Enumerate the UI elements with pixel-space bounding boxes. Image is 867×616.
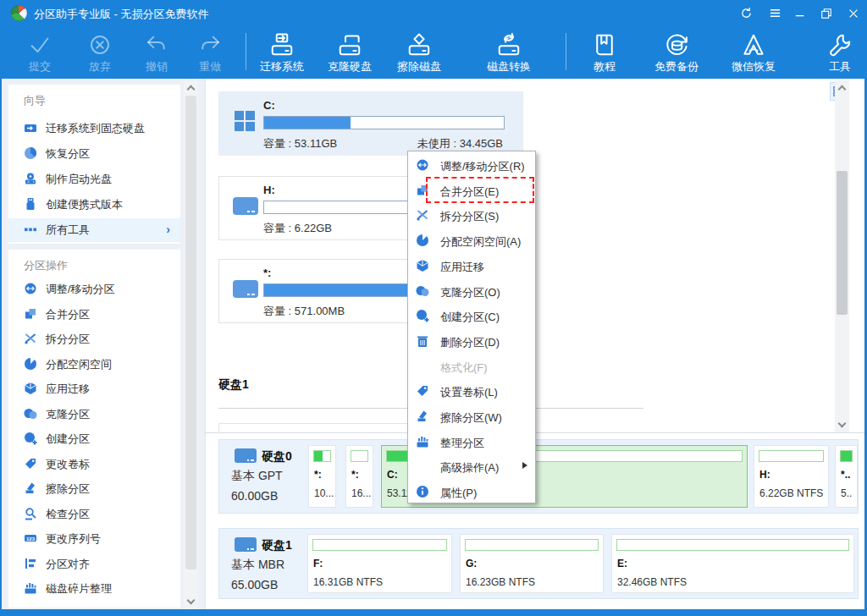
- context-menu-item-11[interactable]: 擦除分区(W): [409, 404, 534, 429]
- partition-block-H[interactable]: H:6.22GB NTFS: [754, 445, 829, 508]
- close-button[interactable]: [842, 0, 864, 26]
- volume-unused: 未使用 : 34.45GB: [417, 136, 503, 151]
- toolbar-button-6[interactable]: 克隆硬盘: [314, 30, 385, 76]
- minimize-button[interactable]: [789, 0, 811, 26]
- context-menu-item-8[interactable]: 删除分区(D): [409, 329, 534, 354]
- sidebar-item-label: 擦除分区: [46, 481, 90, 497]
- sidebar-item-migrate-ssd[interactable]: 迁移系统到固态硬盘: [8, 117, 180, 140]
- context-menu-item-4[interactable]: 分配空闲空间(A): [409, 228, 534, 253]
- sidebar-item-label: 拆分分区: [46, 332, 90, 347]
- sidebar-item-align[interactable]: 分区对齐: [8, 553, 180, 576]
- toolbar-button-9[interactable]: 教程: [569, 30, 640, 76]
- sidebar-item-allocate[interactable]: 分配空闲空间: [8, 353, 180, 377]
- recover-partition-icon: [24, 146, 37, 160]
- volume-letter: C:: [263, 99, 275, 112]
- sidebar-section-1: 向导迁移系统到固态硬盘恢复分区制作启动光盘创建便携式版本所有工具›: [8, 85, 180, 244]
- maximize-restore-button[interactable]: [815, 0, 837, 26]
- sidebar-item-boot-disc[interactable]: 制作启动光盘: [8, 168, 180, 191]
- sidebar-item-wipe[interactable]: 擦除分区: [8, 477, 180, 501]
- context-menu-item-6[interactable]: 克隆分区(O): [409, 279, 534, 304]
- sidebar-item-recover-partition[interactable]: 恢复分区: [8, 142, 180, 166]
- toolbar-button-5[interactable]: 迁移系统: [246, 30, 318, 76]
- partition-block-F[interactable]: F:16.31GB NTFS: [307, 534, 452, 593]
- portable-version-icon: [24, 197, 37, 211]
- sidebar-item-label: 调整/移动分区: [46, 282, 115, 297]
- sidebar-item-clone-partition[interactable]: 克隆分区: [8, 403, 180, 426]
- sidebar-item-defrag[interactable]: 磁盘碎片整理: [8, 577, 180, 601]
- volume-card-C[interactable]: C:容量 : 53.11GB未使用 : 34.45GB: [218, 91, 523, 156]
- menu-icon[interactable]: [764, 0, 786, 26]
- sidebar-item-check[interactable]: 检查分区: [8, 503, 180, 526]
- volume-usage-bar: [263, 116, 505, 129]
- drive-icon: [233, 197, 258, 215]
- context-menu-item-3[interactable]: 拆分分区(S): [409, 203, 534, 228]
- app-migrate-icon: [24, 382, 37, 395]
- sidebar-item-serial[interactable]: 123更改序列号: [8, 527, 180, 551]
- partition-size: 32.46GB NTFS: [617, 576, 687, 588]
- sidebar-item-label: 更改序列号: [46, 531, 101, 547]
- toolbar-button-8[interactable]: 磁盘转换: [473, 30, 544, 76]
- split-icon: [24, 332, 37, 345]
- sidebar-item-label: 合并分区: [46, 307, 90, 322]
- volume-letter: H:: [263, 184, 275, 196]
- context-menu-item-14[interactable]: 属性(P): [409, 480, 534, 504]
- submenu-arrow-icon: [522, 462, 527, 469]
- context-menu-item-label: 分配空闲空间(A): [440, 234, 521, 250]
- context-menu-item-10[interactable]: 设置卷标(L): [409, 379, 534, 404]
- disk-row-1: 硬盘1基本 MBR65.00GBF:16.31GB NTFSG:16.23GB …: [218, 528, 859, 599]
- refresh-icon[interactable]: [735, 0, 757, 26]
- split-icon: [416, 208, 429, 222]
- context-menu-item-label: 设置卷标(L): [440, 385, 498, 400]
- clone-partition-icon: [24, 407, 37, 421]
- allocate-icon: [24, 357, 37, 371]
- sidebar-section-title: 向导: [24, 93, 46, 108]
- partition-label: *:: [314, 469, 322, 481]
- sidebar-item-create-partition[interactable]: 创建分区: [8, 427, 180, 451]
- context-menu-item-13[interactable]: 高级操作(A): [409, 454, 534, 479]
- wipe-icon: [416, 410, 429, 423]
- sidebar-item-split[interactable]: 拆分分区: [8, 327, 180, 351]
- context-menu-item-12[interactable]: 整理分区: [409, 430, 534, 454]
- context-menu: 调整/移动分区(R)合并分区(E)拆分分区(S)分配空闲空间(A)应用迁移克隆分…: [407, 151, 536, 503]
- merge-icon: [416, 184, 429, 197]
- sidebar-item-resize-move[interactable]: 调整/移动分区: [8, 278, 180, 301]
- partition-label: H:: [759, 469, 770, 481]
- partition-usage-bar: [840, 450, 853, 462]
- context-menu-item-1[interactable]: 调整/移动分区(R): [409, 153, 534, 178]
- window-border-left: [0, 26, 2, 616]
- context-menu-item-label: 删除分区(D): [440, 335, 500, 350]
- sidebar-item-label[interactable]: 更改卷标: [8, 453, 180, 476]
- sidebar-item-recover-partition[interactable]: 回收站: [8, 602, 180, 608]
- align-icon: [24, 557, 37, 570]
- context-menu-item-2[interactable]: 合并分区(E): [409, 179, 534, 203]
- partition-block-E[interactable]: E:32.46GB NTFS: [611, 534, 854, 593]
- toolbar-button-7[interactable]: 擦除磁盘: [384, 30, 455, 76]
- toolbar-button-10[interactable]: 免费备份: [641, 30, 712, 76]
- partition-block-[interactable]: *:16...: [345, 445, 373, 508]
- context-menu-item-5[interactable]: 应用迁移: [409, 254, 534, 278]
- sidebar-item-merge[interactable]: 合并分区: [8, 303, 180, 327]
- commit-icon: [27, 32, 52, 58]
- sidebar-section-title: 分区操作: [24, 258, 68, 273]
- trash-icon: [416, 334, 429, 348]
- toolbar-button-12[interactable]: 工具: [804, 30, 867, 76]
- partition-block-[interactable]: *:10...: [308, 445, 336, 508]
- sidebar-item-app-migrate[interactable]: 应用迁移: [8, 377, 180, 401]
- volume-capacity: 容量 : 571.00MB: [263, 304, 345, 319]
- window-title: 分区助手专业版 - 无损分区免费软件: [34, 7, 209, 22]
- partition-size: 6.22GB NTFS: [759, 487, 823, 499]
- context-menu-item-label: 创建分区(C): [440, 310, 500, 325]
- sidebar-item-label: 恢复分区: [46, 146, 90, 162]
- toolbar-button-11[interactable]: 微信恢复: [718, 30, 789, 76]
- context-menu-item-7[interactable]: 创建分区(C): [409, 304, 534, 328]
- main-scrollbar[interactable]: [835, 80, 849, 432]
- sidebar-item-all-tools[interactable]: 所有工具›: [8, 218, 180, 242]
- sidebar-item-label: 回收站: [46, 607, 79, 608]
- partition-block-G[interactable]: G:16.23GB NTFS: [460, 534, 604, 593]
- partition-label: F:: [313, 558, 323, 569]
- partition-block-[interactable]: *..5..: [835, 445, 858, 508]
- toolbar-button-label: 工具: [804, 59, 867, 74]
- sidebar-item-portable-version[interactable]: 创建便携式版本: [8, 193, 180, 217]
- sidebar-scrollbar[interactable]: [184, 80, 198, 609]
- toolbar-button-label: 微信恢复: [718, 59, 789, 74]
